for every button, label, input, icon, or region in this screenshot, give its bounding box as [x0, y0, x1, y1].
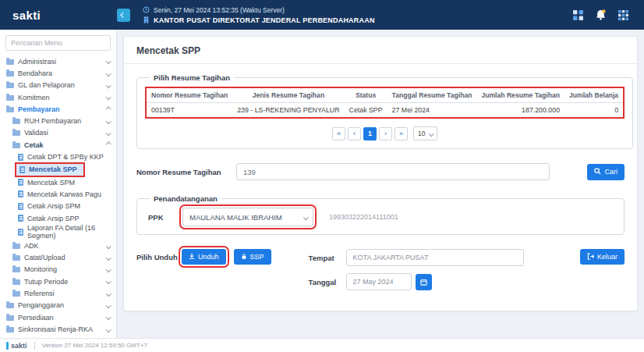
server-time-text: Senin, 27 Mei 2024 13:52:35 (Waktu Serve…	[154, 6, 285, 14]
document-icon	[18, 179, 23, 186]
nomor-resume-input[interactable]	[236, 163, 550, 180]
sidebar-item-bendahara[interactable]: Bendahara	[0, 67, 116, 79]
chevron-left-icon	[121, 12, 126, 17]
unduh-button[interactable]: Unduh	[182, 249, 226, 265]
main-content: Mencetak SPP Pilih Resume Tagihan Nomor …	[117, 30, 644, 338]
pagination-last-button[interactable]: »	[395, 127, 408, 140]
folder-icon	[12, 143, 20, 148]
notifications-bell-icon[interactable]	[596, 9, 606, 20]
footer: sakti Version 27 Mei 2024 12:59:50 GMT+7	[0, 338, 644, 352]
sidebar-item-mencetak-karwas-pagu[interactable]: Mencetak Karwas Pagu	[0, 188, 116, 200]
pagination-first-button[interactable]: «	[332, 127, 345, 140]
folder-icon	[6, 59, 14, 65]
sidebar-item-mencetak-spm[interactable]: Mencetak SPM	[0, 176, 116, 188]
sidebar-item-cetak-dpt-spby-kkp[interactable]: Cetak DPT & SPBy KKP	[0, 151, 116, 162]
sidebar-item-referensi[interactable]: Referensi	[0, 287, 116, 299]
document-icon	[19, 166, 25, 173]
cari-button[interactable]: Cari	[587, 164, 625, 180]
keluar-button[interactable]: Keluar	[580, 249, 625, 265]
folder-icon	[6, 95, 14, 101]
sidebar-item-cetak[interactable]: Cetak	[0, 139, 116, 151]
tanggal-label: Tanggal	[309, 278, 346, 286]
menu-search-input[interactable]	[5, 35, 111, 51]
page-size-value: 10	[418, 130, 425, 137]
sidebar-item-catat-upload[interactable]: Catat/Upload	[0, 251, 116, 263]
sidebar-item-cetak-arsip-spm[interactable]: Cetak Arsip SPM	[0, 201, 116, 212]
sidebar-item-label: Catat/Upload	[24, 254, 65, 261]
resume-table-body: 00139T239 - LS-REKENING PENYALURCetak SP…	[147, 103, 623, 118]
chevron-down-icon	[106, 255, 111, 260]
sidebar-item-label: Mencetak SPM	[27, 179, 75, 187]
table-cell: Cetak SPP	[345, 103, 387, 118]
table-cell: 27 Mei 2024	[387, 103, 477, 118]
sidebar-collapse-button[interactable]	[117, 9, 130, 22]
logout-icon	[587, 253, 594, 261]
content-card: Mencetak SPP Pilih Resume Tagihan Nomor …	[123, 36, 638, 311]
sidebar-item-sinkronisasi-renja-rka[interactable]: Sinkronisasi Renja-RKA	[0, 323, 116, 335]
sidebar-item-label: Pembayaran	[18, 105, 60, 113]
card-body: Pilih Resume Tagihan Nomor Resume Tagiha…	[124, 64, 637, 311]
sidebar-item-cetak-arsip-spp[interactable]: Cetak Arsip SPP	[0, 212, 116, 224]
folder-icon	[6, 71, 14, 76]
folder-icon	[12, 291, 20, 297]
chevron-down-icon	[106, 59, 111, 63]
page-size-select[interactable]: 10	[413, 126, 437, 140]
sidebar-item-tutup-periode[interactable]: Tutup Periode	[0, 276, 116, 287]
sidebar-item-persediaan[interactable]: Persediaan	[0, 311, 116, 323]
sidebar-item-mencetak-spp[interactable]: Mencetak SPP	[16, 164, 83, 176]
sidebar-item-validasi[interactable]: Validasi	[0, 127, 116, 139]
sidebar-item-label: Mencetak SPP	[29, 165, 77, 173]
sidebar-item-label: ADK	[24, 242, 39, 250]
sidebar-item-ruh-pembayaran[interactable]: RUH Pembayaran	[0, 115, 116, 126]
column-header: Jumlah Belanja	[564, 88, 623, 103]
ssp-button[interactable]: SSP	[234, 249, 271, 265]
folder-icon	[6, 327, 14, 332]
sidebar-item-label: Bendahara	[18, 69, 52, 77]
header-icons	[573, 9, 644, 20]
tempat-input[interactable]	[346, 249, 524, 266]
chevron-down-icon	[303, 215, 308, 219]
sidebar-item-laporan-fa-detail-16-segmen[interactable]: Laporan FA Detail (16 Segmen)	[0, 224, 116, 240]
office-row: KANTOR PUSAT DIREKTORAT JENDERAL PERBEND…	[143, 16, 375, 24]
tempat-label: Tempat	[309, 254, 346, 262]
brand-area: sakti	[0, 9, 117, 22]
sidebar-item-monitoring[interactable]: Monitoring	[0, 264, 116, 276]
sidebar-item-label: Persediaan	[18, 314, 54, 322]
sidebar-item-administrasi[interactable]: Administrasi	[0, 55, 116, 67]
chevron-down-icon	[106, 71, 111, 76]
resume-table-head-row: Nomor Resume TagihanJenis Resume Tagihan…	[147, 88, 623, 103]
pagination-page-1-button[interactable]: 1	[363, 127, 377, 140]
app: sakti Senin, 27 Mei 2024 13:52:35 (Waktu…	[0, 0, 644, 352]
sidebar-item-adk[interactable]: ADK	[0, 240, 116, 251]
table-row[interactable]: 00139T239 - LS-REKENING PENYALURCetak SP…	[147, 103, 623, 118]
resume-legend: Pilih Resume Tagihan	[150, 73, 234, 82]
sidebar-item-label: Mencetak Karwas Pagu	[27, 190, 101, 198]
apps-icon[interactable]	[573, 10, 583, 20]
sidebar-item-komitmen[interactable]: Komitmen	[0, 91, 116, 103]
sidebar-item-label: Sinkronisasi Renja-RKA	[18, 325, 93, 333]
folder-icon	[6, 315, 14, 321]
table-cell: 187.200.000	[476, 103, 564, 118]
ppk-select[interactable]: MAULANA MALIK IBRAHIM	[182, 208, 313, 226]
sidebar-item-pembayaran[interactable]: Pembayaran	[0, 103, 116, 115]
chevron-down-icon	[106, 303, 111, 308]
topbar: sakti Senin, 27 Mei 2024 13:52:35 (Waktu…	[0, 0, 644, 30]
folder-icon	[12, 130, 20, 136]
sidebar-item-label: Monitoring	[24, 265, 57, 273]
cari-button-label: Cari	[604, 168, 617, 176]
folder-icon	[12, 255, 20, 261]
tanggal-input[interactable]	[346, 273, 412, 290]
sidebar-item-label: Cetak Arsip SPP	[27, 215, 80, 222]
column-header: Nomor Resume Tagihan	[147, 88, 232, 103]
grid-menu-icon[interactable]	[618, 10, 628, 20]
sidebar-item-label: Administrasi	[18, 58, 56, 66]
chevron-down-icon	[106, 130, 111, 135]
calendar-button[interactable]	[416, 274, 432, 290]
sidebar-item-penganggaran[interactable]: Penganggaran	[0, 300, 116, 311]
pagination-prev-button[interactable]: ‹	[348, 127, 361, 140]
folder-icon	[6, 303, 14, 308]
sidebar-item-gl-dan-pelaporan[interactable]: GL dan Pelaporan	[0, 80, 116, 91]
pagination-next-button[interactable]: ›	[379, 127, 392, 140]
sidebar-item-label: Tutup Periode	[24, 278, 68, 286]
ppk-nip-text: 199303222014111001	[329, 213, 398, 221]
